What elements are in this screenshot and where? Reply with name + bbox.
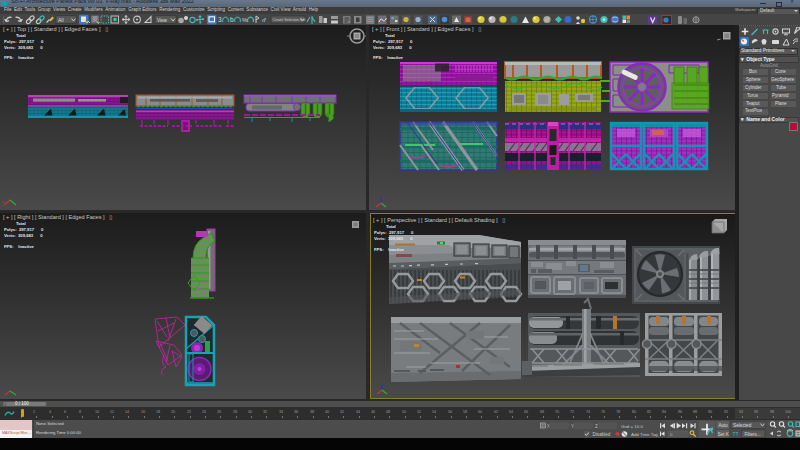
svg-text:x: x — [2, 199, 4, 204]
svg-text:Auto: Auto — [719, 422, 729, 427]
svg-text:View: View — [157, 17, 168, 22]
svg-text:Disabled: Disabled — [593, 432, 611, 437]
svg-text:Create Selection Set: Create Selection Set — [273, 17, 306, 21]
svg-text:Set K: Set K — [718, 431, 729, 436]
svg-text:ıf: ıf — [262, 17, 267, 23]
svg-text:Grid = 10.0: Grid = 10.0 — [621, 423, 643, 428]
svg-text:Add Time Tag: Add Time Tag — [631, 432, 658, 437]
svg-text:All: All — [58, 16, 64, 22]
svg-text:Selected: Selected — [733, 422, 752, 427]
svg-text:3: 3 — [218, 16, 222, 23]
svg-text:b: b — [230, 16, 234, 23]
svg-text:Filters...: Filters... — [745, 431, 761, 436]
svg-text:TT: TT — [733, 431, 739, 437]
